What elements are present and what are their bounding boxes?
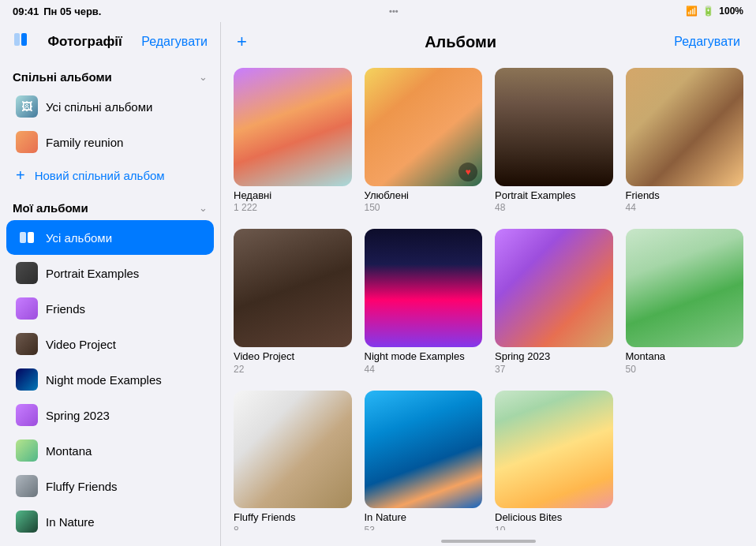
album-name-fluffy-friends: Fluffy Friends bbox=[234, 511, 352, 525]
sidebar-toggle-button[interactable] bbox=[13, 32, 28, 51]
status-day: Пн 05 черв. bbox=[43, 6, 101, 17]
sidebar-item-video-label: Video Project bbox=[46, 338, 116, 351]
album-item-portrait-examples[interactable]: Portrait Examples48 bbox=[495, 68, 613, 213]
album-item-in-nature[interactable]: In Nature53 bbox=[365, 391, 483, 530]
content-edit-button[interactable]: Редагувати bbox=[674, 35, 740, 49]
my-albums-section-header: Мої альбоми ⌄ bbox=[0, 192, 220, 219]
all-shared-icon: 🖼 bbox=[16, 95, 38, 118]
home-indicator bbox=[441, 540, 536, 543]
my-albums-chevron[interactable]: ⌄ bbox=[199, 202, 208, 214]
family-reunion-thumbnail bbox=[16, 131, 38, 153]
video-project-thumbnail bbox=[16, 333, 38, 355]
spring-2023-thumbnail bbox=[16, 404, 38, 426]
sidebar-title: Фотографії bbox=[48, 34, 122, 50]
album-count-delicious-bites: 10 bbox=[495, 525, 613, 530]
album-thumb-favorites: ♥ bbox=[365, 68, 483, 186]
sidebar-item-night-label: Night mode Examples bbox=[46, 373, 162, 387]
album-name-delicious-bites: Delicious Bites bbox=[495, 511, 613, 525]
album-name-spring-2023: Spring 2023 bbox=[495, 350, 613, 364]
in-nature-thumbnail bbox=[16, 510, 38, 533]
album-name-montana: Montana bbox=[626, 350, 744, 364]
sidebar-item-family-reunion[interactable]: Family reunion bbox=[6, 125, 214, 159]
sidebar-content: Спільні альбоми ⌄ 🖼 Усі спільні альбоми … bbox=[0, 61, 220, 546]
album-name-friends: Friends bbox=[626, 189, 744, 203]
album-name-favorites: Улюблені bbox=[365, 189, 483, 203]
album-name-portrait-examples: Portrait Examples bbox=[495, 189, 613, 203]
album-item-spring-2023[interactable]: Spring 202337 bbox=[495, 229, 613, 374]
sidebar-item-montana-label: Montana bbox=[46, 444, 92, 458]
status-dots: ••• bbox=[389, 6, 399, 16]
sidebar-item-night-mode[interactable]: Night mode Examples bbox=[6, 362, 214, 397]
fluffy-friends-thumbnail bbox=[16, 475, 38, 497]
album-item-fluffy-friends[interactable]: Fluffy Friends8 bbox=[234, 391, 352, 530]
sidebar-item-spring-label: Spring 2023 bbox=[46, 409, 110, 422]
wifi-icon: 📶 bbox=[686, 6, 698, 17]
album-count-montana: 50 bbox=[626, 364, 744, 375]
bottom-bar bbox=[221, 530, 756, 546]
friends-thumbnail bbox=[16, 297, 38, 320]
sidebar-item-nature-label: In Nature bbox=[46, 515, 95, 529]
sidebar-item-new-shared-album[interactable]: + Новий спільний альбом bbox=[6, 160, 214, 191]
content-area: + Альбоми Редагувати Недавні1 222♥Улюбле… bbox=[221, 22, 756, 546]
favorites-heart-badge: ♥ bbox=[458, 163, 477, 181]
portrait-examples-thumbnail bbox=[16, 262, 38, 284]
album-thumb-fluffy-friends bbox=[234, 391, 352, 509]
sidebar-item-friends[interactable]: Friends bbox=[6, 291, 214, 326]
album-count-recents: 1 222 bbox=[234, 202, 352, 213]
album-thumb-portrait-examples bbox=[495, 68, 613, 186]
album-count-spring-2023: 37 bbox=[495, 364, 613, 375]
album-item-video-project[interactable]: Video Project22 bbox=[234, 229, 352, 374]
sidebar-item-spring-2023[interactable]: Spring 2023 bbox=[6, 398, 214, 432]
all-albums-icon bbox=[16, 226, 38, 249]
sidebar-item-family-reunion-label: Family reunion bbox=[46, 136, 123, 149]
status-bar: 09:41 Пн 05 черв. ••• 📶 🔋 100% bbox=[0, 0, 756, 22]
night-mode-thumbnail bbox=[16, 368, 38, 391]
shared-albums-chevron[interactable]: ⌄ bbox=[199, 71, 208, 83]
album-name-video-project: Video Project bbox=[234, 350, 352, 364]
sidebar-item-montana[interactable]: Montana bbox=[6, 433, 214, 468]
album-item-night-mode[interactable]: Night mode Examples44 bbox=[365, 229, 483, 374]
sidebar-item-new-shared-label: Новий спільний альбом bbox=[35, 169, 165, 182]
sidebar-item-all-shared-label: Усі спільні альбоми bbox=[46, 100, 152, 114]
sidebar-item-delicious-bites[interactable]: Delicious Bites bbox=[6, 540, 214, 546]
my-albums-title: Мої альбоми bbox=[13, 201, 88, 215]
svg-rect-3 bbox=[28, 232, 34, 243]
sidebar-item-fluffy-label: Fluffy Friends bbox=[46, 480, 118, 493]
status-time: 09:41 bbox=[13, 6, 39, 17]
album-name-recents: Недавні bbox=[234, 189, 352, 203]
album-thumb-night-mode bbox=[365, 229, 483, 347]
sidebar-header: Фотографії Редагувати bbox=[0, 22, 220, 61]
album-thumb-friends bbox=[626, 68, 744, 186]
album-thumb-in-nature bbox=[365, 391, 483, 509]
sidebar-item-portrait-examples[interactable]: Portrait Examples bbox=[6, 256, 214, 290]
album-name-night-mode: Night mode Examples bbox=[365, 350, 483, 364]
album-item-favorites[interactable]: ♥Улюблені150 bbox=[365, 68, 483, 213]
album-count-night-mode: 44 bbox=[365, 364, 483, 375]
album-item-delicious-bites[interactable]: Delicious Bites10 bbox=[495, 391, 613, 530]
album-item-montana[interactable]: Montana50 bbox=[626, 229, 744, 374]
album-thumb-recents bbox=[234, 68, 352, 186]
sidebar-item-fluffy-friends[interactable]: Fluffy Friends bbox=[6, 469, 214, 503]
album-item-recents[interactable]: Недавні1 222 bbox=[234, 68, 352, 213]
album-thumb-montana bbox=[626, 229, 744, 347]
album-thumb-spring-2023 bbox=[495, 229, 613, 347]
albums-grid: Недавні1 222♥Улюблені150Portrait Example… bbox=[221, 62, 756, 530]
album-count-portrait-examples: 48 bbox=[495, 202, 613, 213]
content-header: + Альбоми Редагувати bbox=[221, 22, 756, 62]
sidebar-edit-button[interactable]: Редагувати bbox=[141, 35, 208, 49]
shared-albums-title: Спільні альбоми bbox=[13, 70, 112, 84]
sidebar-item-all-albums-label: Усі альбоми bbox=[46, 231, 112, 245]
add-album-button[interactable]: + bbox=[237, 32, 247, 52]
content-title: Альбоми bbox=[247, 33, 674, 51]
svg-rect-2 bbox=[20, 232, 26, 243]
album-count-fluffy-friends: 8 bbox=[234, 525, 352, 530]
montana-thumbnail bbox=[16, 439, 38, 462]
sidebar-item-all-shared[interactable]: 🖼 Усі спільні альбоми bbox=[6, 89, 214, 124]
sidebar-item-video-project[interactable]: Video Project bbox=[6, 327, 214, 361]
sidebar-item-in-nature[interactable]: In Nature bbox=[6, 504, 214, 539]
battery-percent: 100% bbox=[719, 6, 743, 17]
album-thumb-delicious-bites bbox=[495, 391, 613, 509]
svg-rect-0 bbox=[14, 33, 20, 46]
sidebar-item-all-albums[interactable]: Усі альбоми bbox=[6, 220, 214, 255]
album-item-friends[interactable]: Friends44 bbox=[626, 68, 744, 213]
